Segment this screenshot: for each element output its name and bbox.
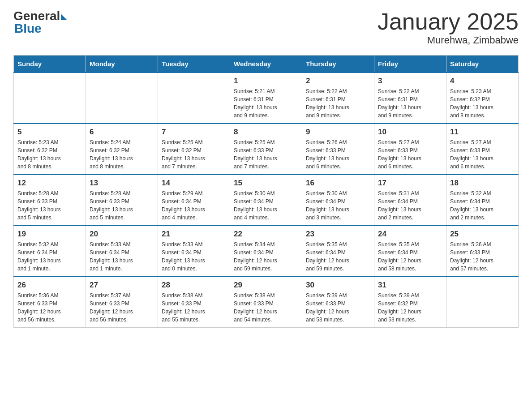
- day-info: Sunrise: 5:25 AM Sunset: 6:32 PM Dayligh…: [162, 138, 226, 171]
- calendar-cell: 25Sunrise: 5:36 AM Sunset: 6:33 PM Dayli…: [446, 226, 519, 277]
- calendar-cell: 15Sunrise: 5:30 AM Sunset: 6:34 PM Dayli…: [230, 175, 302, 226]
- calendar-cell: 19Sunrise: 5:32 AM Sunset: 6:34 PM Dayli…: [14, 226, 86, 277]
- calendar-cell: 5Sunrise: 5:23 AM Sunset: 6:32 PM Daylig…: [14, 124, 86, 175]
- day-number: 18: [450, 179, 515, 188]
- calendar-week-row: 5Sunrise: 5:23 AM Sunset: 6:32 PM Daylig…: [14, 124, 519, 175]
- logo-arrow-icon: [61, 14, 67, 20]
- day-info: Sunrise: 5:26 AM Sunset: 6:33 PM Dayligh…: [306, 138, 370, 171]
- calendar-cell: 20Sunrise: 5:33 AM Sunset: 6:34 PM Dayli…: [86, 226, 158, 277]
- calendar-cell: 7Sunrise: 5:25 AM Sunset: 6:32 PM Daylig…: [158, 124, 230, 175]
- day-number: 16: [306, 179, 370, 188]
- day-number: 29: [234, 281, 298, 290]
- day-info: Sunrise: 5:36 AM Sunset: 6:33 PM Dayligh…: [17, 291, 82, 324]
- logo: General Blue: [13, 9, 67, 36]
- day-number: 20: [90, 230, 154, 239]
- calendar-cell: 23Sunrise: 5:35 AM Sunset: 6:34 PM Dayli…: [302, 226, 374, 277]
- calendar-cell: 11Sunrise: 5:27 AM Sunset: 6:33 PM Dayli…: [446, 124, 519, 175]
- calendar-cell: 29Sunrise: 5:38 AM Sunset: 6:33 PM Dayli…: [230, 277, 302, 328]
- calendar-cell: 8Sunrise: 5:25 AM Sunset: 6:33 PM Daylig…: [230, 124, 302, 175]
- day-header-tuesday: Tuesday: [158, 56, 230, 73]
- day-info: Sunrise: 5:39 AM Sunset: 6:32 PM Dayligh…: [378, 291, 442, 324]
- calendar-table: SundayMondayTuesdayWednesdayThursdayFrid…: [13, 55, 519, 328]
- calendar-cell: 30Sunrise: 5:39 AM Sunset: 6:33 PM Dayli…: [302, 277, 374, 328]
- day-number: 2: [306, 77, 370, 86]
- day-number: 27: [90, 281, 154, 290]
- calendar-cell: 3Sunrise: 5:22 AM Sunset: 6:31 PM Daylig…: [374, 73, 446, 124]
- calendar-cell: 31Sunrise: 5:39 AM Sunset: 6:32 PM Dayli…: [374, 277, 446, 328]
- calendar-cell: [14, 73, 86, 124]
- day-info: Sunrise: 5:33 AM Sunset: 6:34 PM Dayligh…: [162, 240, 226, 273]
- page-header: General Blue January 2025 Murehwa, Zimba…: [13, 9, 519, 46]
- calendar-cell: 18Sunrise: 5:32 AM Sunset: 6:34 PM Dayli…: [446, 175, 519, 226]
- calendar-week-row: 19Sunrise: 5:32 AM Sunset: 6:34 PM Dayli…: [14, 226, 519, 277]
- day-info: Sunrise: 5:29 AM Sunset: 6:34 PM Dayligh…: [162, 189, 226, 222]
- day-number: 12: [17, 179, 82, 188]
- day-header-monday: Monday: [86, 56, 158, 73]
- day-info: Sunrise: 5:28 AM Sunset: 6:33 PM Dayligh…: [90, 189, 154, 222]
- calendar-title: January 2025: [378, 9, 519, 34]
- day-number: 17: [378, 179, 442, 188]
- day-number: 3: [378, 77, 442, 86]
- day-header-friday: Friday: [374, 56, 446, 73]
- day-number: 15: [234, 179, 298, 188]
- day-info: Sunrise: 5:25 AM Sunset: 6:33 PM Dayligh…: [234, 138, 298, 171]
- day-info: Sunrise: 5:24 AM Sunset: 6:32 PM Dayligh…: [90, 138, 154, 171]
- day-header-wednesday: Wednesday: [230, 56, 302, 73]
- calendar-cell: 27Sunrise: 5:37 AM Sunset: 6:33 PM Dayli…: [86, 277, 158, 328]
- day-number: 23: [306, 230, 370, 239]
- day-number: 10: [378, 128, 442, 137]
- day-number: 13: [90, 179, 154, 188]
- day-info: Sunrise: 5:22 AM Sunset: 6:31 PM Dayligh…: [306, 87, 370, 120]
- calendar-week-row: 12Sunrise: 5:28 AM Sunset: 6:33 PM Dayli…: [14, 175, 519, 226]
- calendar-cell: 17Sunrise: 5:31 AM Sunset: 6:34 PM Dayli…: [374, 175, 446, 226]
- calendar-cell: 13Sunrise: 5:28 AM Sunset: 6:33 PM Dayli…: [86, 175, 158, 226]
- day-info: Sunrise: 5:36 AM Sunset: 6:33 PM Dayligh…: [450, 240, 515, 273]
- day-info: Sunrise: 5:37 AM Sunset: 6:33 PM Dayligh…: [90, 291, 154, 324]
- calendar-cell: 4Sunrise: 5:23 AM Sunset: 6:32 PM Daylig…: [446, 73, 519, 124]
- calendar-cell: 2Sunrise: 5:22 AM Sunset: 6:31 PM Daylig…: [302, 73, 374, 124]
- calendar-location: Murehwa, Zimbabwe: [378, 34, 519, 46]
- calendar-cell: 21Sunrise: 5:33 AM Sunset: 6:34 PM Dayli…: [158, 226, 230, 277]
- calendar-cell: 14Sunrise: 5:29 AM Sunset: 6:34 PM Dayli…: [158, 175, 230, 226]
- calendar-cell: 22Sunrise: 5:34 AM Sunset: 6:34 PM Dayli…: [230, 226, 302, 277]
- day-number: 7: [162, 128, 226, 137]
- day-number: 26: [17, 281, 82, 290]
- day-number: 24: [378, 230, 442, 239]
- day-info: Sunrise: 5:28 AM Sunset: 6:33 PM Dayligh…: [17, 189, 82, 222]
- day-number: 6: [90, 128, 154, 137]
- day-number: 11: [450, 128, 515, 137]
- day-info: Sunrise: 5:35 AM Sunset: 6:34 PM Dayligh…: [306, 240, 370, 273]
- day-info: Sunrise: 5:31 AM Sunset: 6:34 PM Dayligh…: [378, 189, 442, 222]
- day-info: Sunrise: 5:34 AM Sunset: 6:34 PM Dayligh…: [234, 240, 298, 273]
- day-number: 31: [378, 281, 442, 290]
- day-info: Sunrise: 5:38 AM Sunset: 6:33 PM Dayligh…: [162, 291, 226, 324]
- day-number: 19: [17, 230, 82, 239]
- day-number: 4: [450, 77, 515, 86]
- day-number: 28: [162, 281, 226, 290]
- calendar-week-row: 26Sunrise: 5:36 AM Sunset: 6:33 PM Dayli…: [14, 277, 519, 328]
- title-section: January 2025 Murehwa, Zimbabwe: [378, 9, 519, 46]
- day-number: 8: [234, 128, 298, 137]
- calendar-cell: 24Sunrise: 5:35 AM Sunset: 6:34 PM Dayli…: [374, 226, 446, 277]
- day-info: Sunrise: 5:23 AM Sunset: 6:32 PM Dayligh…: [450, 87, 515, 120]
- calendar-cell: 28Sunrise: 5:38 AM Sunset: 6:33 PM Dayli…: [158, 277, 230, 328]
- day-info: Sunrise: 5:21 AM Sunset: 6:31 PM Dayligh…: [234, 87, 298, 120]
- calendar-cell: 10Sunrise: 5:27 AM Sunset: 6:33 PM Dayli…: [374, 124, 446, 175]
- day-header-saturday: Saturday: [446, 56, 519, 73]
- calendar-cell: 9Sunrise: 5:26 AM Sunset: 6:33 PM Daylig…: [302, 124, 374, 175]
- calendar-cell: 26Sunrise: 5:36 AM Sunset: 6:33 PM Dayli…: [14, 277, 86, 328]
- day-number: 30: [306, 281, 370, 290]
- calendar-cell: 12Sunrise: 5:28 AM Sunset: 6:33 PM Dayli…: [14, 175, 86, 226]
- day-info: Sunrise: 5:32 AM Sunset: 6:34 PM Dayligh…: [450, 189, 515, 222]
- day-number: 5: [17, 128, 82, 137]
- day-number: 21: [162, 230, 226, 239]
- day-number: 1: [234, 77, 298, 86]
- calendar-header-row: SundayMondayTuesdayWednesdayThursdayFrid…: [14, 56, 519, 73]
- day-info: Sunrise: 5:30 AM Sunset: 6:34 PM Dayligh…: [306, 189, 370, 222]
- day-info: Sunrise: 5:30 AM Sunset: 6:34 PM Dayligh…: [234, 189, 298, 222]
- day-number: 9: [306, 128, 370, 137]
- day-info: Sunrise: 5:35 AM Sunset: 6:34 PM Dayligh…: [378, 240, 442, 273]
- day-header-sunday: Sunday: [14, 56, 86, 73]
- calendar-cell: [86, 73, 158, 124]
- day-info: Sunrise: 5:27 AM Sunset: 6:33 PM Dayligh…: [378, 138, 442, 171]
